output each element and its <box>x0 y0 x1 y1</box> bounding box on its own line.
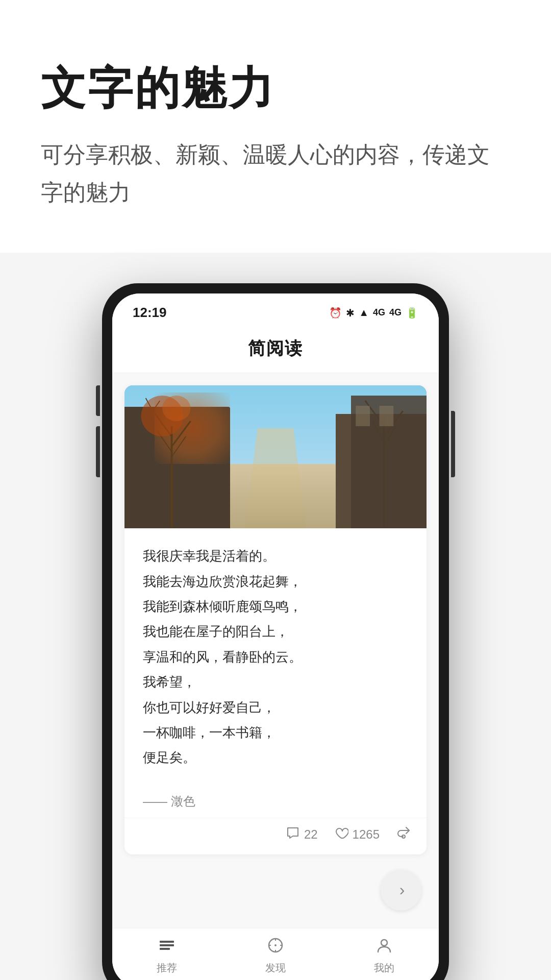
svg-point-27 <box>381 940 387 946</box>
side-button-1 <box>96 385 100 416</box>
svg-rect-20 <box>160 948 170 950</box>
side-button-3 <box>451 411 455 477</box>
top-section: 文字的魅力 可分享积极、新颖、温暖人心的内容，传递文字的魅力 <box>0 0 551 253</box>
like-icon <box>334 826 348 844</box>
app-title: 简阅读 <box>248 338 303 358</box>
article-image <box>124 385 427 528</box>
comment-icon <box>286 826 300 844</box>
nav-recommend[interactable]: 推荐 <box>141 937 192 975</box>
article-card: 我很庆幸我是活着的。 我能去海边欣赏浪花起舞， 我能到森林倾听鹿颂鸟鸣， 我也能… <box>124 385 427 854</box>
svg-rect-19 <box>160 944 174 946</box>
article-author: —— 澂色 <box>124 781 427 818</box>
recommend-icon <box>158 937 176 958</box>
page-container: 文字的魅力 可分享积极、新颖、温暖人心的内容，传递文字的魅力 12:19 ⏰ ✱… <box>0 0 551 980</box>
subtitle: 可分享积极、新颖、温暖人心的内容，传递文字的魅力 <box>41 136 510 212</box>
author-name: —— 澂色 <box>143 794 195 808</box>
like-action[interactable]: 1265 <box>334 826 380 844</box>
svg-point-22 <box>274 944 277 946</box>
discover-icon <box>267 937 284 958</box>
signal-4g-2-icon: 4G <box>389 307 402 318</box>
article-text: 我很庆幸我是活着的。 我能去海边欣赏浪花起舞， 我能到森林倾听鹿颂鸟鸣， 我也能… <box>143 544 408 771</box>
svg-rect-18 <box>160 941 174 943</box>
alarm-icon: ⏰ <box>329 307 342 319</box>
chevron-right-icon: › <box>399 880 405 899</box>
status-icons: ⏰ ✱ ▲ 4G 4G 🔋 <box>329 307 418 319</box>
side-button-2 <box>96 426 100 477</box>
phone-screen: 12:19 ⏰ ✱ ▲ 4G 4G 🔋 简阅读 <box>112 293 439 980</box>
nav-profile-label: 我的 <box>374 961 394 975</box>
next-button[interactable]: › <box>381 870 421 911</box>
phone-section: 12:19 ⏰ ✱ ▲ 4G 4G 🔋 简阅读 <box>0 253 551 980</box>
article-body: 我很庆幸我是活着的。 我能去海边欣赏浪花起舞， 我能到森林倾听鹿颂鸟鸣， 我也能… <box>124 528 427 781</box>
nav-discover-label: 发现 <box>265 961 286 975</box>
share-icon <box>396 825 411 844</box>
trees-svg <box>124 385 427 528</box>
profile-icon <box>375 937 393 958</box>
svg-point-8 <box>162 396 191 421</box>
comment-action[interactable]: 22 <box>286 826 318 844</box>
status-bar: 12:19 ⏰ ✱ ▲ 4G 4G 🔋 <box>112 293 439 327</box>
like-count: 1265 <box>353 827 380 842</box>
nav-discover[interactable]: 发现 <box>250 937 301 975</box>
app-header: 简阅读 <box>112 327 439 373</box>
svg-rect-15 <box>356 406 370 426</box>
wifi-icon: ▲ <box>359 307 369 318</box>
next-button-area: › <box>124 854 427 916</box>
share-action[interactable] <box>396 825 411 844</box>
battery-icon: 🔋 <box>406 307 418 319</box>
svg-rect-16 <box>380 406 394 426</box>
main-title: 文字的魅力 <box>41 61 510 115</box>
bluetooth-icon: ✱ <box>346 307 355 319</box>
article-actions: 22 1265 <box>124 818 427 854</box>
signal-4g-icon: 4G <box>373 307 385 318</box>
nav-profile[interactable]: 我的 <box>359 937 410 975</box>
phone-mockup: 12:19 ⏰ ✱ ▲ 4G 4G 🔋 简阅读 <box>102 283 449 980</box>
status-time: 12:19 <box>133 305 167 321</box>
comment-count: 22 <box>304 827 318 842</box>
nav-recommend-label: 推荐 <box>157 961 177 975</box>
bottom-nav: 推荐 发现 <box>112 928 439 980</box>
svg-line-4 <box>172 436 186 457</box>
content-area: 我很庆幸我是活着的。 我能去海边欣赏浪花起舞， 我能到森林倾听鹿颂鸟鸣， 我也能… <box>112 373 439 928</box>
